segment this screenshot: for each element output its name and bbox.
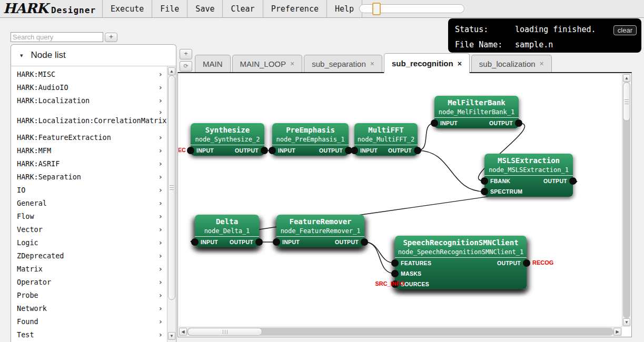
tab-sub-localization[interactable]: sub_localization× bbox=[471, 55, 552, 72]
node-multifft[interactable]: MultiFFTnode_MultiFFT_2INPUTOUTPUT bbox=[354, 123, 418, 156]
zoom-slider-handle[interactable] bbox=[372, 3, 381, 15]
menu-item-clear[interactable]: Clear bbox=[222, 0, 262, 17]
port-output[interactable] bbox=[261, 147, 268, 154]
zoom-slider[interactable] bbox=[359, 4, 464, 13]
close-icon[interactable]: × bbox=[540, 59, 544, 68]
sidebar-item-hark-featureextraction[interactable]: HARK:FeatureExtraction› bbox=[11, 130, 167, 144]
add-tab-button[interactable]: + bbox=[180, 49, 192, 59]
port-input[interactable] bbox=[191, 238, 199, 246]
node-list-header[interactable]: ▾ Node list bbox=[11, 45, 176, 66]
sidebar-item-test[interactable]: Test› bbox=[11, 328, 167, 341]
port-input[interactable] bbox=[351, 147, 358, 154]
chevron-right-icon: › bbox=[158, 160, 163, 167]
node-melfilterbank[interactable]: MelFilterBanknode_MelFilterBank_1INPUTOU… bbox=[434, 96, 519, 128]
port-fbank[interactable] bbox=[481, 177, 488, 185]
tab-sub-recognition[interactable]: sub_recognition× bbox=[384, 53, 470, 73]
node-title: MultiFFT bbox=[354, 125, 418, 135]
sidebar-item-label: IO bbox=[17, 186, 25, 194]
sidebar-item-hark-separation[interactable]: HARK:Separation› bbox=[11, 170, 167, 183]
menu-item-help[interactable]: Help bbox=[326, 0, 362, 17]
reload-tab-icon[interactable]: ⟳ bbox=[180, 61, 192, 72]
port-output[interactable] bbox=[515, 119, 522, 127]
port-output[interactable] bbox=[361, 238, 368, 246]
sidebar-item-network[interactable]: Network› bbox=[11, 301, 167, 315]
close-icon[interactable]: × bbox=[458, 59, 462, 68]
scroll-up-icon[interactable]: ▲ bbox=[623, 74, 630, 82]
scroll-left-icon[interactable]: ◀ bbox=[179, 328, 187, 336]
status-clear-button[interactable]: clear bbox=[613, 25, 637, 35]
node-mslsextraction[interactable]: MSLSExtractionnode_MSLSExtraction_1FBANK… bbox=[484, 154, 573, 197]
sidebar-scrollbar[interactable]: ▲ ▼ bbox=[167, 66, 176, 342]
canvas-hscrollbar-thumb[interactable] bbox=[187, 328, 262, 336]
port-output[interactable] bbox=[569, 177, 577, 185]
node-delta[interactable]: Deltanode_Delta_1INPUTOUTPUT bbox=[195, 215, 259, 247]
node-subtitle: node_SpeechRecognitionSMNClient_1 bbox=[395, 248, 527, 257]
scroll-down-icon[interactable]: ▼ bbox=[623, 318, 630, 326]
sidebar-item-probe[interactable]: Probe› bbox=[11, 288, 167, 301]
node-preemphasis[interactable]: PreEmphasisnode_PreEmphasis_1INPUTOUTPUT bbox=[272, 123, 349, 156]
menu-item-execute[interactable]: Execute bbox=[102, 0, 152, 17]
search-input[interactable] bbox=[11, 32, 103, 42]
node-synthesize[interactable]: Synthesizenode_Synthesize_2INPUTOUTPUT bbox=[191, 123, 264, 156]
port-features[interactable] bbox=[391, 259, 399, 267]
port-spectrum[interactable] bbox=[481, 188, 488, 195]
tab-main[interactable]: MAIN bbox=[195, 55, 231, 72]
menu-item-file[interactable]: File bbox=[152, 0, 187, 17]
port-input[interactable] bbox=[269, 147, 276, 154]
sidebar-item-found[interactable]: Found› bbox=[11, 315, 167, 328]
scroll-right-icon[interactable]: ▶ bbox=[613, 328, 621, 336]
node-featureremover[interactable]: FeatureRemovernode_FeatureRemover_1INPUT… bbox=[276, 215, 364, 247]
canvas-hscrollbar[interactable]: ◀ ▶ bbox=[179, 327, 622, 336]
sidebar-item-operator[interactable]: Operator› bbox=[11, 275, 167, 288]
sidebar-item-hark-localization[interactable]: HARK:Localization› bbox=[11, 94, 167, 107]
port-input[interactable] bbox=[273, 238, 280, 246]
sidebar-item-label: Found bbox=[17, 317, 38, 326]
sidebar-item-io[interactable]: IO› bbox=[11, 183, 167, 196]
canvas-vscrollbar-thumb[interactable] bbox=[623, 82, 630, 121]
sidebar-item-hark-misc[interactable]: HARK:MISC› bbox=[11, 67, 167, 81]
port-output[interactable] bbox=[523, 259, 530, 267]
port-label-spectrum: SPECTRUM bbox=[490, 188, 522, 195]
flow-canvas[interactable]: Synthesizenode_Synthesize_2INPUTOUTPUTSP… bbox=[179, 74, 622, 325]
sidebar-item-hark-asrif[interactable]: HARK:ASRIF› bbox=[11, 157, 167, 170]
scroll-up-icon[interactable]: ▲ bbox=[168, 67, 175, 75]
sidebar-item-flow[interactable]: Flow› bbox=[11, 209, 167, 223]
port-masks[interactable] bbox=[391, 270, 399, 277]
sidebar-item-general[interactable]: General› bbox=[11, 196, 167, 209]
tab-main-loop[interactable]: MAIN_LOOP× bbox=[232, 55, 303, 72]
node-ports: INPUTOUTPUT bbox=[195, 237, 259, 247]
search-add-button[interactable]: + bbox=[105, 33, 117, 42]
port-row: INPUTOUTPUT bbox=[434, 118, 519, 128]
sidebar-scrollbar-thumb[interactable] bbox=[168, 75, 175, 300]
port-output[interactable] bbox=[255, 238, 263, 246]
port-row: INPUTOUTPUT bbox=[354, 145, 418, 156]
port-label-input: INPUT bbox=[196, 147, 214, 154]
scroll-down-icon[interactable]: ▼ bbox=[168, 332, 175, 340]
node-subtitle: node_Synthesize_2 bbox=[191, 135, 264, 144]
chevron-right-icon: › bbox=[158, 147, 163, 154]
node-ports: INPUTOUTPUT bbox=[276, 237, 364, 247]
close-icon[interactable]: × bbox=[290, 59, 294, 68]
tab-sub-separation[interactable]: sub_separation× bbox=[304, 55, 382, 72]
sidebar-item-label: Matrix bbox=[17, 265, 43, 273]
sidebar-item-hark-localization-correlationmatrix[interactable]: ›HARK:Localization:CorrelationMatrix bbox=[11, 107, 167, 130]
port-input[interactable] bbox=[187, 147, 194, 154]
sidebar-item-label: Operator bbox=[17, 278, 51, 286]
port-input[interactable] bbox=[431, 119, 438, 127]
close-icon[interactable]: × bbox=[370, 59, 374, 68]
node-ports: FEATURESOUTPUTMASKSSOURCES bbox=[395, 258, 527, 289]
sidebar-item-zdeprecated[interactable]: ZDeprecated› bbox=[11, 249, 167, 262]
sidebar-item-vector[interactable]: Vector› bbox=[11, 223, 167, 236]
chevron-right-icon: › bbox=[158, 291, 163, 299]
sidebar-item-hark-audioio[interactable]: HARK:AudioIO› bbox=[11, 81, 167, 94]
node-title: Synthesize bbox=[191, 125, 264, 135]
menu-item-preference[interactable]: Preference bbox=[263, 0, 326, 17]
canvas-vscrollbar[interactable]: ▲ ▼ bbox=[622, 74, 631, 327]
port-output[interactable] bbox=[414, 147, 421, 154]
tab-label: sub_localization bbox=[479, 59, 536, 68]
node-speechrecognitionsmnclient[interactable]: SpeechRecognitionSMNClientnode_SpeechRec… bbox=[395, 236, 527, 289]
menu-item-save[interactable]: Save bbox=[187, 0, 222, 17]
sidebar-item-hark-mfm[interactable]: HARK:MFM› bbox=[11, 144, 167, 157]
sidebar-item-logic[interactable]: Logic› bbox=[11, 236, 167, 249]
sidebar-item-matrix[interactable]: Matrix› bbox=[11, 262, 167, 275]
